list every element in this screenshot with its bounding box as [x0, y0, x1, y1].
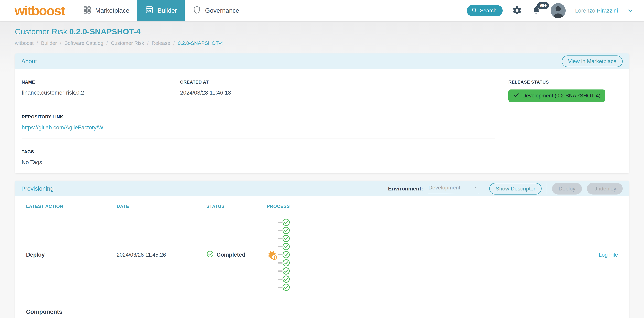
- col-process: PROCESS: [267, 196, 589, 211]
- divider: [484, 183, 484, 194]
- settings-button[interactable]: [512, 5, 522, 16]
- components-title: Components: [26, 301, 618, 316]
- check-circle-icon: [282, 275, 290, 283]
- step-connector: [278, 238, 282, 239]
- code-window-icon: [145, 5, 154, 16]
- process-step-completed[interactable]: [278, 243, 290, 251]
- provisioning-card: Provisioning Environment: Development Sh…: [15, 181, 629, 318]
- check-circle-icon: [282, 234, 290, 243]
- breadcrumb-customer-risk[interactable]: Customer Risk: [111, 40, 144, 46]
- log-file-link[interactable]: Log File: [589, 244, 618, 268]
- repository-link[interactable]: https://gitlab.com/AgileFactory/W...: [22, 124, 108, 131]
- provisioning-title: Provisioning: [21, 185, 54, 192]
- about-title: About: [21, 58, 37, 65]
- about-card-header: About View in Marketplace: [15, 53, 629, 69]
- nav-builder-label: Builder: [158, 7, 177, 14]
- action-status: Completed: [206, 243, 267, 269]
- latest-action-value: Deploy: [26, 244, 117, 268]
- breadcrumb: witboost / Builder / Software Catalog / …: [15, 40, 629, 46]
- tags-label: TAGS: [22, 149, 495, 154]
- check-circle-icon: [282, 226, 290, 234]
- process-step-completed[interactable]: [278, 251, 290, 259]
- deploy-button[interactable]: Deploy: [552, 183, 582, 195]
- check-circle-icon: [282, 243, 290, 251]
- release-status-label: RELEASE STATUS: [508, 79, 623, 85]
- process-chain: [267, 211, 589, 301]
- notification-count-badge: 99+: [537, 2, 549, 9]
- search-button[interactable]: Search: [467, 5, 503, 16]
- about-row-tags: TAGS No Tags: [22, 139, 495, 173]
- step-connector: [278, 262, 282, 264]
- about-card: About View in Marketplace NAME finance.c…: [15, 53, 629, 173]
- process-step-completed[interactable]: [278, 283, 290, 291]
- process-step-completed[interactable]: [278, 226, 290, 234]
- witboost-logo[interactable]: witboost: [14, 4, 65, 17]
- provisioning-card-header: Provisioning Environment: Development Sh…: [15, 181, 629, 196]
- latest-action-table: LATEST ACTION DATE STATUS PROCESS Deploy…: [26, 196, 618, 301]
- bug-warning-icon[interactable]: [267, 250, 277, 260]
- main-nav: Marketplace Builder Governance: [75, 0, 247, 21]
- about-fields: NAME finance.customer-risk.0.2 CREATED A…: [15, 69, 502, 173]
- breadcrumb-separator: /: [36, 40, 38, 46]
- nav-builder[interactable]: Builder: [137, 0, 185, 21]
- step-connector: [278, 287, 282, 288]
- breadcrumb-separator: /: [147, 40, 148, 46]
- dropdown-arrow-icon: [473, 185, 478, 191]
- breadcrumb-separator: /: [173, 40, 175, 46]
- check-icon: [513, 92, 519, 99]
- release-status-panel: RELEASE STATUS Development (0.2-SNAPSHOT…: [502, 69, 629, 173]
- nav-marketplace-label: Marketplace: [95, 7, 130, 14]
- process-step-completed[interactable]: [278, 259, 290, 267]
- components-table: NAME TYPE DESCRIPTION DEPENDENCIES STATU…: [26, 316, 618, 318]
- breadcrumb-release[interactable]: Release: [152, 40, 170, 46]
- col-date: DATE: [117, 196, 206, 211]
- action-date-value: 2024/03/28 11:45:26: [117, 244, 206, 268]
- process-step-completed[interactable]: [278, 218, 290, 226]
- col-status: STATUS: [206, 196, 267, 211]
- name-label: NAME: [22, 79, 180, 85]
- col-dependencies: DEPENDENCIES: [404, 316, 511, 318]
- breadcrumb-separator: /: [106, 40, 108, 46]
- gear-icon: [512, 5, 522, 16]
- page-content: Customer Risk 0.2.0-SNAPSHOT-4 witboost …: [0, 21, 644, 318]
- name-value: finance.customer-risk.0.2: [22, 89, 180, 96]
- show-descriptor-button[interactable]: Show Descriptor: [489, 183, 542, 195]
- environment-select-value: Development: [428, 185, 460, 191]
- check-circle-icon: [282, 251, 290, 259]
- breadcrumb-builder[interactable]: Builder: [41, 40, 57, 46]
- nav-governance[interactable]: Governance: [185, 0, 247, 21]
- top-navigation-bar: witboost Marketplace: [0, 0, 644, 21]
- breadcrumb-current: 0.2.0-SNAPSHOT-4: [178, 40, 223, 46]
- action-status-label: Completed: [216, 252, 246, 258]
- about-row-repository: REPOSITORY LINK https://gitlab.com/Agile…: [22, 104, 495, 139]
- process-step-completed[interactable]: [278, 234, 290, 243]
- release-status-badge-text: Development (0.2-SNAPSHOT-4): [522, 93, 600, 99]
- page-title: Customer Risk 0.2.0-SNAPSHOT-4: [15, 21, 629, 36]
- user-name[interactable]: Lorenzo Pirazzini: [575, 7, 618, 14]
- col-latest-action: LATEST ACTION: [26, 196, 117, 211]
- process-step-completed[interactable]: [278, 275, 290, 283]
- avatar[interactable]: [551, 3, 566, 18]
- step-connector: [278, 279, 282, 280]
- breadcrumb-software-catalog[interactable]: Software Catalog: [64, 40, 103, 46]
- divider: [547, 183, 547, 194]
- repository-link-label: REPOSITORY LINK: [22, 114, 495, 120]
- check-circle-icon: [282, 259, 290, 267]
- check-circle-icon: [206, 250, 214, 259]
- undeploy-button[interactable]: Undeploy: [587, 183, 623, 195]
- col-logfile-spacer: [589, 199, 618, 208]
- nav-marketplace[interactable]: Marketplace: [75, 0, 137, 21]
- environment-select[interactable]: Development: [428, 184, 479, 193]
- step-connector: [278, 222, 282, 223]
- chevron-down-icon[interactable]: [628, 8, 633, 13]
- process-steps: [278, 218, 290, 291]
- grid-icon: [83, 5, 92, 16]
- col-name: NAME: [26, 316, 162, 318]
- process-step-completed[interactable]: [278, 267, 290, 275]
- search-icon: [472, 7, 477, 14]
- tags-value: No Tags: [22, 159, 495, 166]
- view-in-marketplace-button[interactable]: View in Marketplace: [562, 55, 623, 67]
- environment-label: Environment:: [388, 186, 423, 192]
- about-row-name-created: NAME finance.customer-risk.0.2 CREATED A…: [22, 69, 495, 104]
- breadcrumb-witboost[interactable]: witboost: [15, 40, 34, 46]
